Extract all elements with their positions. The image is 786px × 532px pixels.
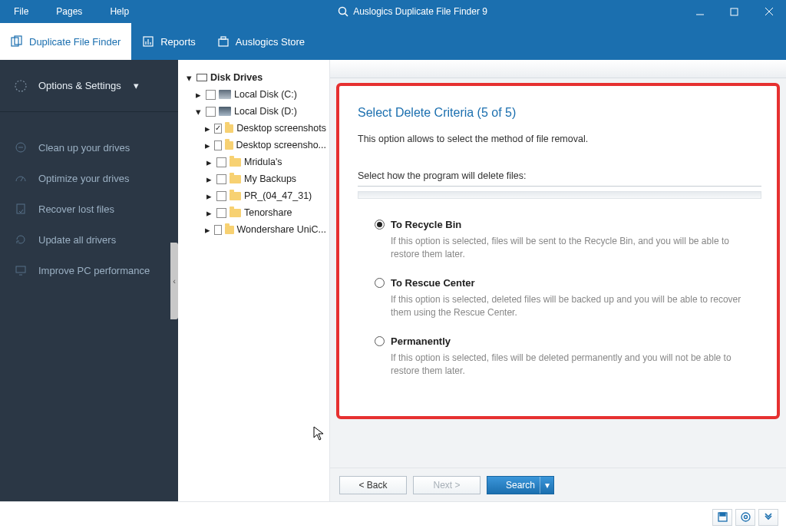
maximize-button[interactable] xyxy=(717,0,751,23)
tree-node-c[interactable]: Local Disk (C:) xyxy=(234,89,297,100)
tab-label: Duplicate File Finder xyxy=(29,36,121,48)
search-button[interactable]: Search ▾ xyxy=(487,476,554,494)
options-settings-button[interactable]: Options & Settings ▾ xyxy=(0,60,178,112)
menu-file[interactable]: File xyxy=(0,0,42,23)
broom-icon xyxy=(14,140,28,154)
expand-icon[interactable]: ▸ xyxy=(204,157,213,167)
svg-rect-13 xyxy=(221,37,226,39)
sidebar-item-label: Improve PC performance xyxy=(38,265,150,276)
window-title: Auslogics Duplicate File Finder 9 xyxy=(143,6,682,17)
save-icon-button[interactable] xyxy=(712,509,732,526)
sidebar-item-label: Clean up your drives xyxy=(38,142,130,154)
minimize-button[interactable] xyxy=(682,0,717,23)
close-button[interactable] xyxy=(751,0,786,23)
folder-checkbox[interactable] xyxy=(214,140,222,150)
expand-icon[interactable]: ▸ xyxy=(204,191,213,200)
folder-checkbox[interactable] xyxy=(214,225,222,235)
radio-option[interactable]: To Recycle Bin xyxy=(375,219,761,230)
panel-sublabel: Select how the program will delete files… xyxy=(358,170,761,181)
refresh-icon xyxy=(14,233,28,246)
panel-title: Select Delete Criteria (5 of 5) xyxy=(358,106,761,120)
radio-option[interactable]: Permanently xyxy=(375,335,761,347)
tree-folder-label[interactable]: Desktop screensho... xyxy=(236,140,326,150)
checkbox-d[interactable] xyxy=(206,107,216,117)
sidebar-collapse-handle[interactable] xyxy=(170,243,178,319)
checkbox-c[interactable] xyxy=(206,90,216,100)
expand-icon[interactable]: ▸ xyxy=(193,90,203,99)
folder-icon xyxy=(225,141,233,150)
svg-point-0 xyxy=(339,8,346,15)
panel-description: This option allows to select the method … xyxy=(358,134,761,144)
expand-icon-button[interactable] xyxy=(758,509,778,526)
expand-icon[interactable]: ▸ xyxy=(204,124,211,133)
sidebar-list: Clean up your drives Optimize your drive… xyxy=(0,112,178,286)
window-controls xyxy=(682,0,786,23)
expand-icon[interactable]: ▸ xyxy=(204,208,213,217)
sidebar-item-improve-performance[interactable]: Improve PC performance xyxy=(0,255,178,286)
sidebar-item-recover-files[interactable]: Recover lost files xyxy=(0,193,178,224)
sidebar-item-update-drivers[interactable]: Update all drivers xyxy=(0,224,178,255)
expand-icon[interactable]: ▸ xyxy=(204,174,213,183)
tree-folder-label[interactable]: Wondershare UniC... xyxy=(237,224,327,235)
tree-folder-label[interactable]: My Backups xyxy=(244,173,296,184)
collapse-icon[interactable]: ▾ xyxy=(193,107,203,116)
folder-icon xyxy=(230,158,241,167)
tab-strip: Duplicate File Finder Reports Auslogics … xyxy=(0,23,786,60)
back-button[interactable]: < Back xyxy=(339,476,407,494)
radio-icon[interactable] xyxy=(375,220,385,230)
folder-checkbox[interactable] xyxy=(214,124,222,134)
radio-icon[interactable] xyxy=(375,336,385,346)
folder-icon xyxy=(230,175,241,183)
duplicate-icon xyxy=(11,35,23,48)
drive-tree: ▾ Disk Drives ▸ Local Disk (C:) ▾ Local … xyxy=(178,60,330,501)
sidebar-item-label: Update all drivers xyxy=(38,234,116,246)
search-dropdown-icon[interactable]: ▾ xyxy=(540,477,553,494)
search-button-label: Search xyxy=(506,480,535,491)
delete-option: To Rescue CenterIf this option is select… xyxy=(375,277,761,320)
divider xyxy=(358,186,761,187)
tab-auslogics-store[interactable]: Auslogics Store xyxy=(206,23,315,60)
tree-folder-label[interactable]: Tenorshare xyxy=(244,207,292,218)
svg-rect-3 xyxy=(731,8,738,15)
delete-method-options: To Recycle BinIf this option is selected… xyxy=(358,219,761,378)
folder-icon xyxy=(225,226,233,234)
menu-pages[interactable]: Pages xyxy=(42,0,96,23)
radio-description: If this option is selected, files will b… xyxy=(391,235,759,262)
sidebar-item-clean-drives[interactable]: Clean up your drives xyxy=(0,132,178,163)
sidebar: Options & Settings ▾ Clean up your drive… xyxy=(0,60,178,501)
folder-checkbox[interactable] xyxy=(216,174,226,184)
expand-icon[interactable]: ▸ xyxy=(204,140,211,150)
tab-duplicate-file-finder[interactable]: Duplicate File Finder xyxy=(0,23,131,60)
svg-point-23 xyxy=(741,513,750,521)
sidebar-item-optimize-drives[interactable]: Optimize your drives xyxy=(0,163,178,193)
tab-reports[interactable]: Reports xyxy=(131,23,206,60)
tree-node-d[interactable]: Local Disk (D:) xyxy=(234,106,297,117)
svg-rect-21 xyxy=(720,513,725,516)
content-scroll: Select Delete Criteria (5 of 5) This opt… xyxy=(330,78,786,468)
menu-help[interactable]: Help xyxy=(96,0,143,23)
main-area: Options & Settings ▾ Clean up your drive… xyxy=(0,60,786,501)
tab-label: Reports xyxy=(160,36,196,48)
collapse-icon[interactable]: ▾ xyxy=(184,73,193,82)
drive-icon xyxy=(219,90,231,99)
tree-folder-label[interactable]: Desktop screenshots xyxy=(236,123,326,134)
gradient-bar xyxy=(358,191,761,199)
drives-root-icon xyxy=(196,74,207,81)
menubar: File Pages Help xyxy=(0,0,143,23)
app-logo-icon xyxy=(338,6,348,17)
folder-checkbox[interactable] xyxy=(216,157,226,167)
tab-label: Auslogics Store xyxy=(236,36,305,48)
radio-option[interactable]: To Rescue Center xyxy=(375,277,761,289)
expand-icon[interactable]: ▸ xyxy=(204,225,211,234)
tree-folder-row: ▸Desktop screenshots xyxy=(181,120,326,137)
next-button: Next > xyxy=(413,476,481,494)
folder-checkbox[interactable] xyxy=(216,208,226,218)
tree-folder-row: ▸My Backups xyxy=(181,170,326,187)
radio-label: To Recycle Bin xyxy=(391,219,461,230)
tree-folder-label[interactable]: PR_(04_47_31) xyxy=(244,190,312,201)
radio-icon[interactable] xyxy=(375,278,385,288)
folder-checkbox[interactable] xyxy=(216,191,226,201)
settings-icon-button[interactable] xyxy=(735,509,755,526)
tree-folder-label[interactable]: Mridula's xyxy=(244,157,282,167)
titlebar: File Pages Help Auslogics Duplicate File… xyxy=(0,0,786,23)
